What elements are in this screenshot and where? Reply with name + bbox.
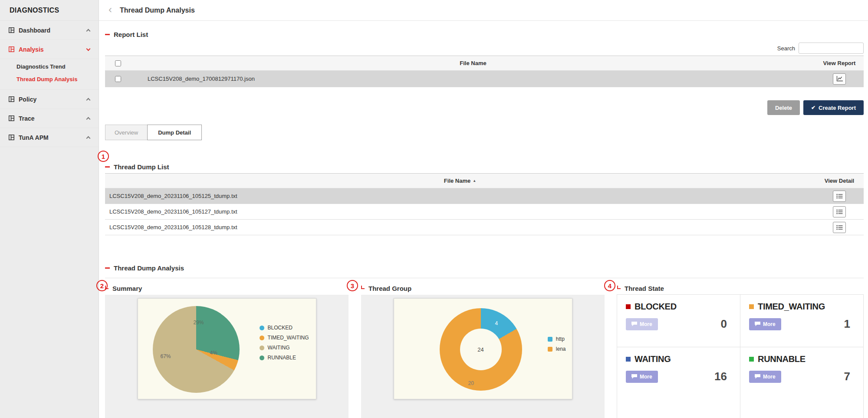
summary-panel: Summary 29% 4% 67% BLOCKED bbox=[105, 282, 349, 418]
legend-dot bbox=[260, 326, 264, 330]
sidebar-item-label: Analysis bbox=[19, 46, 44, 53]
dump-table-header: File Name ▲ View Detail bbox=[105, 174, 864, 188]
header-checkbox-cell bbox=[105, 60, 131, 66]
legend-item-blocked[interactable]: BLOCKED bbox=[260, 325, 309, 331]
sidebar-item-dashboard[interactable]: Dashboard bbox=[0, 21, 99, 40]
legend-item-runnable[interactable]: RUNNABLE bbox=[260, 355, 309, 361]
thread-state-grid: BLOCKED More 0 bbox=[617, 295, 864, 418]
legend-label: TIMED_WAITING bbox=[268, 335, 309, 341]
chevron-up-icon bbox=[86, 29, 91, 33]
section-title: Report List bbox=[114, 31, 148, 38]
sidebar-item-diagnostics-trend[interactable]: Diagnostics Trend bbox=[0, 60, 99, 73]
summary-legend: BLOCKED TIMED_WAITING WAITING bbox=[260, 325, 309, 361]
state-marker bbox=[626, 304, 631, 309]
thread-group-header: Thread Group bbox=[361, 282, 605, 295]
sidebar-item-thread-dump-analysis[interactable]: Thread Dump Analysis bbox=[0, 73, 99, 86]
legend-item-lena[interactable]: lena bbox=[548, 346, 566, 352]
dump-file-name: LCSC15V208_demo_20231106_105127_tdump.tx… bbox=[105, 208, 815, 215]
legend-dot bbox=[260, 346, 264, 350]
more-label: More bbox=[763, 321, 776, 327]
report-file-name: LCSC15V208_demo_1700812971170.json bbox=[131, 76, 815, 82]
view-detail-button[interactable] bbox=[833, 191, 846, 202]
state-marker bbox=[749, 304, 754, 309]
annotation-circle-1: 1 bbox=[98, 151, 109, 162]
file-name-column-header: File Name bbox=[131, 60, 815, 66]
thread-group-chart: 24 4 20 http bbox=[394, 298, 572, 399]
search-input[interactable] bbox=[799, 43, 864, 54]
pie-label-timed-waiting: 4% bbox=[210, 350, 217, 356]
more-label: More bbox=[640, 374, 652, 380]
report-table-header: File Name View Report bbox=[105, 56, 864, 71]
sidebar-nav: Dashboard Analysis Diagnostics Trend Thr… bbox=[0, 21, 99, 147]
collapse-dash-icon[interactable] bbox=[105, 267, 110, 269]
legend-item-waiting[interactable]: WAITING bbox=[260, 345, 309, 351]
state-card-timed-waiting: TIMED_WAITING More 1 bbox=[740, 294, 864, 347]
section-title: Thread Dump Analysis bbox=[114, 264, 184, 272]
thread-group-donut-chart: 24 4 20 bbox=[440, 308, 522, 391]
legend-label: RUNNABLE bbox=[268, 355, 296, 361]
legend-item-timed-waiting[interactable]: TIMED_WAITING bbox=[260, 335, 309, 341]
check-icon: ✔ bbox=[811, 105, 815, 111]
row-checkbox[interactable] bbox=[115, 76, 121, 82]
main-area: ‹ Thread Dump Analysis Report List Searc… bbox=[99, 0, 868, 418]
sort-asc-icon: ▲ bbox=[473, 179, 476, 183]
column-header-label: File Name bbox=[444, 178, 470, 184]
legend-item-http[interactable]: http bbox=[548, 336, 566, 342]
collapse-dash-icon[interactable] bbox=[105, 166, 110, 168]
legend-label: lena bbox=[556, 346, 566, 352]
view-detail-button[interactable] bbox=[833, 206, 846, 217]
sidebar-item-trace[interactable]: Trace bbox=[0, 109, 99, 128]
sidebar-item-label: Trace bbox=[19, 115, 35, 122]
thread-dump-list-section-header: Thread Dump List bbox=[105, 160, 864, 173]
sidebar-item-analysis[interactable]: Analysis bbox=[0, 40, 99, 59]
view-detail-button[interactable] bbox=[833, 222, 846, 233]
view-report-cell bbox=[815, 73, 864, 85]
corner-mark-icon bbox=[617, 286, 621, 289]
thread-group-legend: http lena bbox=[548, 336, 566, 352]
summary-pie-chart bbox=[153, 306, 240, 393]
create-report-button[interactable]: ✔ Create Report bbox=[803, 100, 864, 115]
more-label: More bbox=[763, 374, 776, 380]
summary-chart: 29% 4% 67% BLOCKED TIMED_WAITING bbox=[138, 298, 316, 399]
more-button[interactable]: More bbox=[626, 371, 658, 383]
panel-title: Thread State bbox=[625, 285, 664, 292]
dashboard-icon bbox=[9, 27, 14, 33]
more-button[interactable]: More bbox=[626, 318, 658, 330]
speech-bubble-icon bbox=[631, 322, 637, 326]
more-button[interactable]: More bbox=[749, 371, 781, 383]
state-value: 7 bbox=[844, 370, 855, 383]
donut-label-lena: 20 bbox=[468, 380, 474, 386]
dump-row[interactable]: LCSC15V208_demo_20231106_105127_tdump.tx… bbox=[105, 204, 864, 220]
state-label: WAITING bbox=[635, 354, 671, 364]
tab-overview[interactable]: Overview bbox=[105, 125, 148, 140]
dump-file-name: LCSC15V208_demo_20231106_105128_tdump.tx… bbox=[105, 224, 815, 230]
thread-dump-table: File Name ▲ View Detail LCSC15V208_demo_… bbox=[105, 173, 864, 235]
tab-dump-detail[interactable]: Dump Detail bbox=[147, 125, 202, 140]
sidebar-item-policy[interactable]: Policy bbox=[0, 90, 99, 109]
dump-row[interactable]: LCSC15V208_demo_20231106_105128_tdump.tx… bbox=[105, 220, 864, 235]
report-row[interactable]: LCSC15V208_demo_1700812971170.json bbox=[105, 71, 864, 87]
section-title: Thread Dump List bbox=[114, 163, 169, 171]
chevron-down-icon bbox=[86, 46, 91, 51]
app-root: DIAGNOSTICS Dashboard Analysis Diagnosti… bbox=[0, 0, 868, 418]
view-detail-cell bbox=[815, 191, 864, 202]
collapse-dash-icon[interactable] bbox=[105, 34, 110, 35]
more-button[interactable]: More bbox=[749, 318, 781, 330]
view-report-button[interactable] bbox=[833, 73, 846, 85]
more-label: More bbox=[640, 321, 652, 327]
search-bar: Search bbox=[105, 41, 864, 56]
donut-label-http: 4 bbox=[495, 320, 498, 326]
state-marker bbox=[626, 357, 631, 362]
thread-group-chart-area: 24 4 20 http bbox=[361, 295, 605, 418]
panel-title: Thread Group bbox=[368, 285, 411, 292]
back-chevron-icon[interactable]: ‹ bbox=[108, 4, 112, 15]
legend-label: WAITING bbox=[268, 345, 290, 351]
file-name-column-header[interactable]: File Name ▲ bbox=[105, 178, 815, 184]
page-title: Thread Dump Analysis bbox=[120, 7, 195, 14]
sidebar-item-tuna-apm[interactable]: TunA APM bbox=[0, 128, 99, 147]
chevron-up-icon bbox=[86, 98, 91, 102]
dump-file-name: LCSC15V208_demo_20231106_105125_tdump.tx… bbox=[105, 193, 815, 199]
dump-row[interactable]: LCSC15V208_demo_20231106_105125_tdump.tx… bbox=[105, 188, 864, 204]
delete-button[interactable]: Delete bbox=[767, 100, 800, 115]
select-all-checkbox[interactable] bbox=[115, 60, 121, 66]
